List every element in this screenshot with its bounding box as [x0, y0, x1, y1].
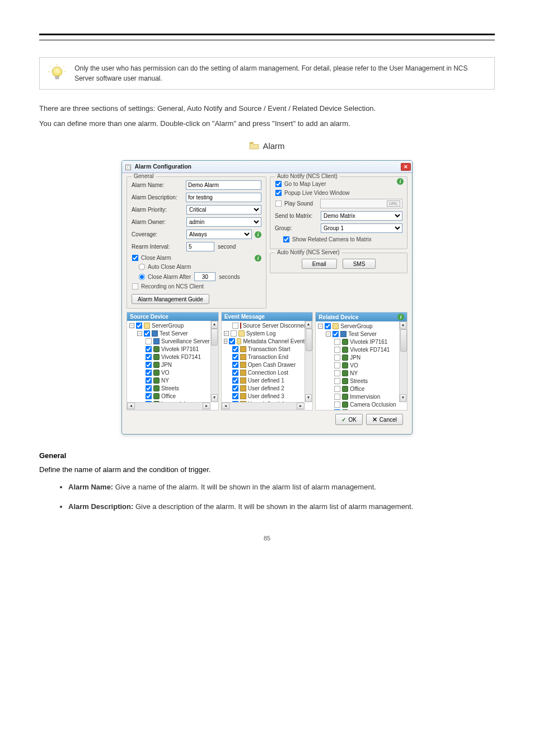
scrollbar-vertical[interactable]: ▴▾	[210, 321, 218, 402]
alarm-priority-select[interactable]: Critical	[186, 205, 261, 214]
url-browse-button[interactable]: URL	[387, 200, 400, 207]
tree-item[interactable]: Vivotek IP7161	[350, 338, 387, 346]
alarm-guide-button[interactable]: Alarm Management Guide	[132, 294, 209, 304]
tree-item[interactable]: Test Server	[348, 330, 377, 338]
tree-checkbox[interactable]	[334, 402, 340, 408]
send-matrix-select[interactable]: Demo Matrix	[321, 211, 402, 221]
tree-item[interactable]: Streets	[161, 385, 179, 392]
tree-item[interactable]: Streets	[350, 377, 368, 385]
tree-item[interactable]: Vivotek IP7161	[161, 346, 199, 353]
recording-client-checkbox[interactable]	[132, 283, 139, 290]
tree-checkbox[interactable]	[146, 354, 152, 360]
play-sound-checkbox[interactable]	[275, 200, 282, 207]
tree-item[interactable]: User defined 3	[248, 393, 284, 400]
close-after-input[interactable]	[194, 272, 216, 281]
tree-checkbox[interactable]	[232, 323, 238, 329]
tree-checkbox[interactable]	[332, 331, 339, 337]
tree-item[interactable]: Test Server	[160, 330, 188, 337]
tree-item[interactable]: Office	[350, 385, 364, 393]
tree-checkbox[interactable]	[232, 362, 238, 368]
tree-item[interactable]: Transaction Start	[248, 346, 291, 353]
tree-checkbox[interactable]	[144, 330, 150, 337]
tree-item[interactable]: JPN	[161, 361, 172, 368]
tree-checkbox[interactable]	[232, 346, 238, 352]
cancel-button[interactable]: ✕Cancel	[366, 414, 403, 425]
tree-checkbox[interactable]	[232, 393, 238, 399]
close-icon[interactable]: ✕	[401, 163, 411, 171]
info-icon[interactable]: i	[397, 314, 404, 320]
tree-checkbox[interactable]	[325, 323, 331, 329]
tree-checkbox[interactable]	[334, 362, 340, 368]
tree-checkbox[interactable]	[146, 346, 152, 352]
tree-checkbox[interactable]	[334, 394, 340, 400]
tree-item[interactable]: Office	[161, 393, 176, 400]
tree-checkbox[interactable]	[230, 330, 236, 337]
tree-checkbox[interactable]	[229, 338, 235, 344]
alarm-name-input[interactable]	[186, 180, 261, 190]
close-alarm-checkbox[interactable]	[132, 255, 139, 262]
tree-item[interactable]: ServerGroup	[152, 322, 184, 329]
tree-item[interactable]: Transaction End	[248, 353, 288, 361]
tree-checkbox[interactable]	[334, 370, 340, 376]
tree-item[interactable]: Metadata Channel Event	[243, 338, 305, 345]
tree-item[interactable]: User defined 1	[248, 377, 284, 384]
tree-checkbox[interactable]	[334, 339, 340, 345]
scrollbar-vertical[interactable]: ▴▾	[305, 321, 312, 402]
svg-point-0	[52, 67, 62, 77]
tree-item[interactable]: VO	[350, 362, 358, 369]
tree-checkbox[interactable]	[146, 338, 152, 344]
tree-item[interactable]: User defined 2	[248, 385, 284, 392]
tree-checkbox[interactable]	[232, 377, 238, 384]
tree-checkbox[interactable]	[146, 377, 152, 384]
tree-item[interactable]: JPN	[350, 354, 360, 361]
tree-checkbox[interactable]	[334, 409, 340, 410]
server-icon	[340, 331, 346, 337]
tree-checkbox[interactable]	[334, 378, 340, 384]
info-icon[interactable]: i	[255, 255, 261, 262]
goto-map-checkbox[interactable]	[275, 181, 282, 188]
tree-item[interactable]: Immervision	[350, 393, 380, 400]
tree-checkbox[interactable]	[232, 370, 238, 376]
alarm-desc-input[interactable]	[186, 193, 261, 202]
tree-checkbox[interactable]	[232, 385, 238, 391]
info-icon[interactable]: i	[255, 231, 261, 238]
rearm-input[interactable]	[186, 242, 214, 251]
group-select[interactable]: Group 1	[321, 223, 402, 233]
tree-checkbox[interactable]	[334, 386, 340, 392]
tree-item[interactable]: Open Cash Drawer	[248, 361, 296, 368]
tree-checkbox[interactable]	[146, 393, 152, 399]
tree-item[interactable]: System Log	[246, 330, 276, 337]
email-button[interactable]: Email	[302, 259, 337, 269]
sms-button[interactable]: SMS	[343, 259, 376, 269]
ok-button[interactable]: ✓OK	[335, 414, 362, 425]
tree-item[interactable]: NY	[161, 377, 169, 384]
alarm-owner-select[interactable]: admin	[186, 217, 261, 227]
popup-video-checkbox[interactable]	[275, 190, 282, 197]
info-icon[interactable]: i	[397, 178, 404, 185]
tree-item[interactable]: Connection Lost	[248, 369, 288, 376]
tree-item[interactable]: Source Server Disconnec	[243, 322, 306, 329]
tree-checkbox[interactable]	[232, 354, 238, 360]
show-related-checkbox[interactable]	[283, 236, 290, 243]
tree-checkbox[interactable]	[146, 385, 152, 391]
tree-checkbox[interactable]	[146, 362, 152, 368]
tree-checkbox[interactable]	[146, 370, 152, 376]
tree-item[interactable]: Counting	[350, 409, 372, 410]
flag-icon	[240, 323, 241, 329]
tree-item[interactable]: NY	[350, 370, 358, 377]
tree-item[interactable]: Surveillance Server	[161, 338, 210, 345]
tree-item[interactable]: Camera Occlusion	[350, 401, 396, 408]
tree-item[interactable]: Vivotek FD7141	[350, 346, 390, 353]
scrollbar-vertical[interactable]: ▴▾	[399, 321, 407, 402]
auto-close-radio[interactable]	[139, 264, 146, 270]
coverage-select[interactable]: Always	[186, 230, 252, 239]
tree-item[interactable]: Vivotek FD7141	[161, 353, 201, 361]
tree-checkbox[interactable]	[334, 347, 340, 353]
close-after-radio[interactable]	[139, 273, 146, 280]
scrollbar-horizontal[interactable]: ◂▸	[127, 402, 210, 410]
tree-checkbox[interactable]	[136, 323, 142, 329]
tree-item[interactable]: VO	[161, 369, 169, 376]
scrollbar-horizontal[interactable]: ◂▸	[222, 402, 305, 410]
tree-item[interactable]: ServerGroup	[340, 323, 372, 330]
tree-checkbox[interactable]	[334, 354, 340, 361]
